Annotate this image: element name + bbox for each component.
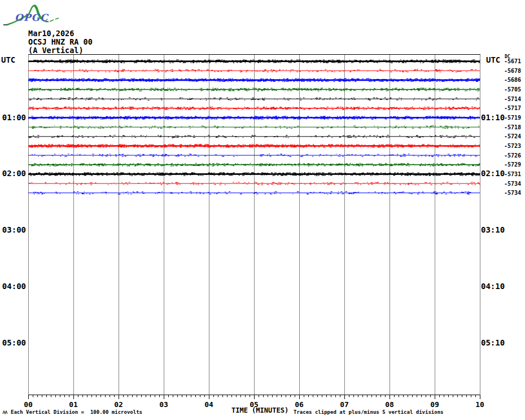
right-time-label: 01:10 xyxy=(481,113,507,122)
x-tick-label: 09 xyxy=(426,401,444,409)
utc-title-right: UTC xyxy=(486,56,500,64)
trace-dc-value: -5671 xyxy=(504,59,521,65)
x-tick-label: 01 xyxy=(64,401,82,409)
x-tick-label: 07 xyxy=(335,401,353,409)
left-time-label: 03:00 xyxy=(0,226,26,234)
trace-dc-value: -5714 xyxy=(504,97,521,103)
trace-dc-value: -5729 xyxy=(504,162,521,168)
scale-note: Each Vertical Division = 100.00 microvol… xyxy=(11,410,142,415)
right-time-label: 03:10 xyxy=(481,226,507,234)
utc-title-left: UTC xyxy=(1,56,15,64)
right-time-label: 05:10 xyxy=(481,339,507,347)
helicorder-page: OPGC Mar10,2026 OCSJ HNZ RA 00 (A Vertic… xyxy=(0,0,525,420)
helicorder-plot xyxy=(28,54,480,402)
trace-dc-value: -5686 xyxy=(504,77,521,84)
logo-right-dashes xyxy=(50,18,59,21)
record-date: Mar10,2026 xyxy=(28,29,74,37)
right-time-label: 02:10 xyxy=(481,169,507,178)
trace-dc-value: -5723 xyxy=(504,143,521,150)
left-time-label: 02:00 xyxy=(0,169,26,178)
x-tick-label: 06 xyxy=(290,401,308,409)
x-tick-label: 04 xyxy=(200,401,218,409)
trace-dc-value: -5734 xyxy=(504,181,521,187)
trace-dc-value: -5718 xyxy=(504,125,521,131)
trace-dc-value: -5717 xyxy=(504,106,521,112)
x-tick-label: 08 xyxy=(380,401,399,409)
left-time-label: 04:00 xyxy=(0,282,26,291)
x-axis-title: TIME (MINUTES) xyxy=(231,407,288,414)
wiggle-icon xyxy=(2,410,9,415)
trace-dc-value: -5724 xyxy=(504,134,521,140)
station-code: OCSJ HNZ RA 00 xyxy=(28,38,93,46)
left-time-label: 01:00 xyxy=(0,113,26,122)
left-time-label: 05:00 xyxy=(0,339,26,347)
trace-dc-value: -5705 xyxy=(504,87,521,93)
x-tick-label: 03 xyxy=(155,401,173,409)
trace-dc-value: -5678 xyxy=(504,68,521,75)
clip-note: Traces clipped at plus/minus 5 vertical … xyxy=(294,410,444,415)
opgc-logo: OPGC xyxy=(3,2,62,29)
logo-text: OPGC xyxy=(15,12,49,23)
component-label: (A Vertical) xyxy=(28,46,84,54)
right-time-label: 04:10 xyxy=(481,282,507,291)
trace-dc-value: -5734 xyxy=(504,190,521,196)
x-tick-label: 02 xyxy=(110,401,128,409)
x-tick-label: 10 xyxy=(471,401,489,409)
x-tick-label: 00 xyxy=(19,401,37,409)
trace-dc-value: -5726 xyxy=(504,153,521,159)
